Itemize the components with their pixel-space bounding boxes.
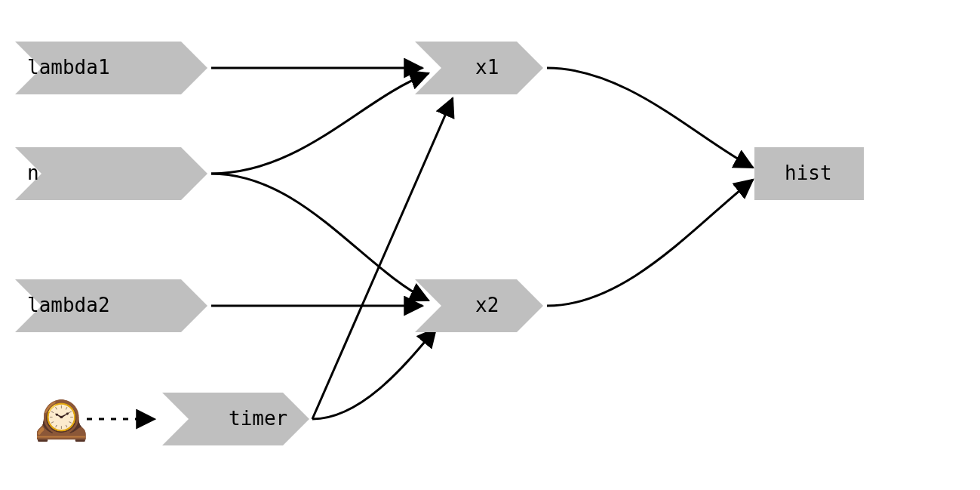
node-n-shape [15,147,207,200]
edge-x1-to-hist [547,68,753,168]
node-x1: x1 [415,42,543,94]
node-x1-label: x1 [475,56,499,79]
edge-timer-to-x2 [312,328,436,419]
node-n-label: n [27,162,39,184]
node-lambda2: lambda2 [15,279,207,332]
node-lambda1: lambda1 [15,42,207,94]
clock-icon: 🕰️ [34,393,89,445]
node-timer-label: timer [229,407,287,430]
edge-n-to-x1 [211,73,429,174]
node-lambda2-label: lambda2 [27,294,110,316]
node-timer: timer [162,393,309,445]
node-x2: x2 [415,279,543,332]
node-n: n [15,147,207,200]
node-lambda1-label: lambda1 [27,56,110,79]
node-x2-label: x2 [475,294,499,316]
clock-icon-glyph: 🕰️ [34,393,89,445]
edge-n-to-x2 [211,174,429,300]
node-hist-label: hist [785,162,832,184]
node-hist: hist [754,147,864,200]
edge-x2-to-hist [547,180,753,306]
edge-timer-to-x1 [312,98,453,419]
